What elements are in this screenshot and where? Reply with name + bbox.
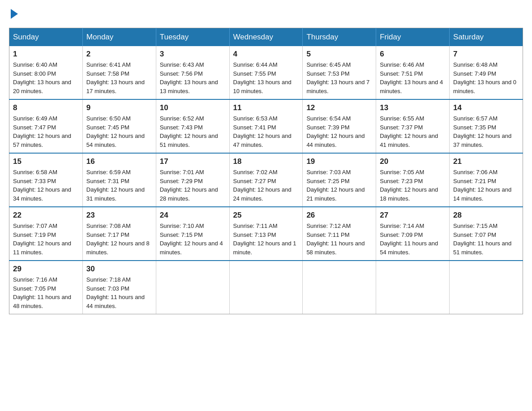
calendar-cell: 18 Sunrise: 7:02 AM Sunset: 7:27 PM Dayl… [229,153,303,207]
day-number: 15 [13,157,79,166]
day-number: 3 [160,50,226,59]
day-info: Sunrise: 6:58 AM Sunset: 7:33 PM Dayligh… [13,168,79,203]
day-number: 22 [13,211,79,220]
calendar-week-row: 1 Sunrise: 6:40 AM Sunset: 8:00 PM Dayli… [9,46,523,99]
calendar-header-tuesday: Tuesday [156,28,229,47]
calendar-cell: 9 Sunrise: 6:50 AM Sunset: 7:45 PM Dayli… [82,99,156,153]
day-number: 9 [86,103,152,112]
day-number: 20 [380,157,446,166]
day-number: 5 [306,50,372,59]
day-number: 24 [160,211,226,220]
day-number: 6 [380,50,446,59]
day-number: 19 [306,157,372,166]
day-number: 2 [86,50,152,59]
day-number: 17 [160,157,226,166]
day-info: Sunrise: 7:01 AM Sunset: 7:29 PM Dayligh… [160,168,226,203]
day-number: 26 [306,211,372,220]
calendar-cell: 12 Sunrise: 6:54 AM Sunset: 7:39 PM Dayl… [303,99,376,153]
day-info: Sunrise: 6:53 AM Sunset: 7:41 PM Dayligh… [233,114,299,149]
day-number: 10 [160,103,226,112]
calendar-table: SundayMondayTuesdayWednesdayThursdayFrid… [9,28,523,314]
calendar-cell: 30 Sunrise: 7:18 AM Sunset: 7:03 PM Dayl… [82,261,156,314]
day-number: 21 [453,157,519,166]
day-info: Sunrise: 6:57 AM Sunset: 7:35 PM Dayligh… [453,114,519,149]
calendar-cell: 11 Sunrise: 6:53 AM Sunset: 7:41 PM Dayl… [229,99,303,153]
calendar-cell: 1 Sunrise: 6:40 AM Sunset: 8:00 PM Dayli… [9,46,83,99]
calendar-cell: 6 Sunrise: 6:46 AM Sunset: 7:51 PM Dayli… [376,46,450,99]
calendar-cell: 14 Sunrise: 6:57 AM Sunset: 7:35 PM Dayl… [450,99,523,153]
calendar-header-row: SundayMondayTuesdayWednesdayThursdayFrid… [9,28,523,47]
day-info: Sunrise: 6:41 AM Sunset: 7:58 PM Dayligh… [86,60,152,95]
calendar-cell: 20 Sunrise: 7:05 AM Sunset: 7:23 PM Dayl… [376,153,450,207]
calendar-week-row: 15 Sunrise: 6:58 AM Sunset: 7:33 PM Dayl… [9,153,523,207]
day-info: Sunrise: 7:08 AM Sunset: 7:17 PM Dayligh… [86,222,152,257]
calendar-week-row: 8 Sunrise: 6:49 AM Sunset: 7:47 PM Dayli… [9,99,523,153]
day-info: Sunrise: 7:02 AM Sunset: 7:27 PM Dayligh… [233,168,299,203]
day-number: 18 [233,157,299,166]
calendar-header-friday: Friday [376,28,450,47]
day-info: Sunrise: 6:45 AM Sunset: 7:53 PM Dayligh… [306,60,372,95]
calendar-cell: 22 Sunrise: 7:07 AM Sunset: 7:19 PM Dayl… [9,207,83,261]
calendar-cell: 21 Sunrise: 7:06 AM Sunset: 7:21 PM Dayl… [450,153,523,207]
calendar-cell [156,261,229,314]
day-number: 23 [86,211,152,220]
page-header [9,9,523,19]
day-number: 28 [453,211,519,220]
day-number: 12 [306,103,372,112]
day-info: Sunrise: 6:50 AM Sunset: 7:45 PM Dayligh… [86,114,152,149]
calendar-cell [303,261,376,314]
day-number: 8 [13,103,79,112]
calendar-cell: 19 Sunrise: 7:03 AM Sunset: 7:25 PM Dayl… [303,153,376,207]
calendar-cell: 24 Sunrise: 7:10 AM Sunset: 7:15 PM Dayl… [156,207,229,261]
calendar-cell [376,261,450,314]
calendar-cell: 7 Sunrise: 6:48 AM Sunset: 7:49 PM Dayli… [450,46,523,99]
calendar-cell: 8 Sunrise: 6:49 AM Sunset: 7:47 PM Dayli… [9,99,83,153]
calendar-cell [450,261,523,314]
day-info: Sunrise: 7:10 AM Sunset: 7:15 PM Dayligh… [160,222,226,257]
calendar-cell: 4 Sunrise: 6:44 AM Sunset: 7:55 PM Dayli… [229,46,303,99]
calendar-week-row: 29 Sunrise: 7:16 AM Sunset: 7:05 PM Dayl… [9,261,523,314]
day-info: Sunrise: 6:48 AM Sunset: 7:49 PM Dayligh… [453,60,519,95]
calendar-cell: 2 Sunrise: 6:41 AM Sunset: 7:58 PM Dayli… [82,46,156,99]
day-number: 1 [13,50,79,59]
day-info: Sunrise: 6:59 AM Sunset: 7:31 PM Dayligh… [86,168,152,203]
day-info: Sunrise: 7:14 AM Sunset: 7:09 PM Dayligh… [380,222,446,257]
day-info: Sunrise: 6:43 AM Sunset: 7:56 PM Dayligh… [160,60,226,95]
day-info: Sunrise: 6:55 AM Sunset: 7:37 PM Dayligh… [380,114,446,149]
day-info: Sunrise: 7:12 AM Sunset: 7:11 PM Dayligh… [306,222,372,257]
calendar-cell: 17 Sunrise: 7:01 AM Sunset: 7:29 PM Dayl… [156,153,229,207]
day-info: Sunrise: 7:18 AM Sunset: 7:03 PM Dayligh… [86,275,152,310]
calendar-cell: 28 Sunrise: 7:15 AM Sunset: 7:07 PM Dayl… [450,207,523,261]
day-number: 25 [233,211,299,220]
calendar-cell [229,261,303,314]
calendar-cell: 16 Sunrise: 6:59 AM Sunset: 7:31 PM Dayl… [82,153,156,207]
day-number: 7 [453,50,519,59]
calendar-cell: 3 Sunrise: 6:43 AM Sunset: 7:56 PM Dayli… [156,46,229,99]
day-number: 11 [233,103,299,112]
calendar-cell: 10 Sunrise: 6:52 AM Sunset: 7:43 PM Dayl… [156,99,229,153]
calendar-cell: 25 Sunrise: 7:11 AM Sunset: 7:13 PM Dayl… [229,207,303,261]
day-number: 27 [380,211,446,220]
calendar-cell: 15 Sunrise: 6:58 AM Sunset: 7:33 PM Dayl… [9,153,83,207]
day-info: Sunrise: 7:11 AM Sunset: 7:13 PM Dayligh… [233,222,299,257]
calendar-cell: 23 Sunrise: 7:08 AM Sunset: 7:17 PM Dayl… [82,207,156,261]
calendar-header-wednesday: Wednesday [229,28,303,47]
day-number: 4 [233,50,299,59]
day-info: Sunrise: 6:52 AM Sunset: 7:43 PM Dayligh… [160,114,226,149]
day-info: Sunrise: 7:15 AM Sunset: 7:07 PM Dayligh… [453,222,519,257]
day-number: 30 [86,265,152,274]
day-info: Sunrise: 7:06 AM Sunset: 7:21 PM Dayligh… [453,168,519,203]
day-info: Sunrise: 7:03 AM Sunset: 7:25 PM Dayligh… [306,168,372,203]
day-number: 13 [380,103,446,112]
day-number: 14 [453,103,519,112]
day-info: Sunrise: 7:07 AM Sunset: 7:19 PM Dayligh… [13,222,79,257]
day-number: 16 [86,157,152,166]
day-info: Sunrise: 6:46 AM Sunset: 7:51 PM Dayligh… [380,60,446,95]
calendar-header-thursday: Thursday [303,28,376,47]
calendar-cell: 29 Sunrise: 7:16 AM Sunset: 7:05 PM Dayl… [9,261,83,314]
logo [9,9,18,19]
calendar-header-sunday: Sunday [9,28,83,47]
day-info: Sunrise: 6:44 AM Sunset: 7:55 PM Dayligh… [233,60,299,95]
calendar-header-monday: Monday [82,28,156,47]
day-info: Sunrise: 7:05 AM Sunset: 7:23 PM Dayligh… [380,168,446,203]
